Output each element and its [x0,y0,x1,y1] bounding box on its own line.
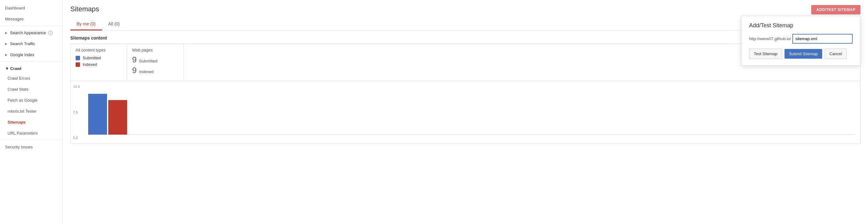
sidebar-item-google-index[interactable]: ▶ Google Index [0,49,62,60]
sidebar-crawl-header: ▼ Crawl [0,63,62,73]
submitted-color-dot [75,56,80,60]
main-content: Sitemaps ADD/TEST SITEMAP By me (0) All … [63,0,868,224]
stat-submitted-label: Submitted [139,59,158,63]
sidebar-item-messages[interactable]: Messages [0,13,62,25]
cancel-button[interactable]: Cancel [825,49,847,59]
sidebar-item-search-traffic[interactable]: ▶ Search Traffic [0,38,62,49]
add-test-sitemap-button[interactable]: ADD/TEST SITEMAP [811,5,861,14]
sidebar-item-search-appearance[interactable]: ▶ Search Appearance i [0,27,62,38]
stat-submitted: 9 Submitted [132,56,178,64]
y-axis-labels: 10.0 7.5 5.0 [71,85,82,139]
stat-submitted-value: 9 [132,55,136,64]
chevron-down-icon: ▼ [5,66,9,71]
y-label-top: 10.0 [73,85,80,89]
sidebar-item-security-issues[interactable]: Security Issues [0,141,62,153]
sidebar-item-label: Security Issues [5,145,33,149]
sidebar-item-label: Search Appearance [10,30,46,35]
sidebar-item-sitemaps[interactable]: Sitemaps [0,117,62,128]
legend-submitted-label: Submitted [83,56,101,60]
tab-all[interactable]: All (0) [102,18,126,30]
y-label-bottom: 5.0 [73,136,80,139]
sidebar-item-label: Fetch as Google [7,98,37,103]
indexed-color-dot [75,62,80,67]
sidebar-item-label: Crawl Stats [7,87,28,92]
sidebar-item-label: Crawl Errors [7,76,30,81]
stat-indexed-value: 9 [132,66,136,75]
submit-sitemap-button[interactable]: Submit Sitemap [784,49,822,59]
sidebar-item-label: robots.txt Tester [7,109,36,114]
sidebar-item-label: URL Parameters [7,131,38,135]
chart-area: 10.0 7.5 5.0 [70,81,861,144]
sitemap-input[interactable] [793,34,852,43]
sidebar-item-label: Search Traffic [10,41,35,46]
legend-indexed: Indexed [75,62,122,67]
legend-indexed-label: Indexed [83,62,97,67]
sidebar-item-crawl-stats[interactable]: Crawl Stats [0,84,62,95]
sidebar-item-label: Google Index [10,53,34,57]
popup-input-row: http://wens07.github.io/ [749,34,852,43]
tab-by-me[interactable]: By me (0) [70,18,102,30]
content-col-webpages: Web pages 9 Submitted 9 Indexed [127,44,184,81]
y-label-mid: 7.5 [73,110,80,114]
popup-title: Add/Test Sitemap [749,22,852,29]
chart-bars [88,85,855,135]
popup-url-prefix: http://wens07.github.io/ [749,36,791,41]
info-icon: i [48,31,53,35]
sidebar-item-label: Dashboard [5,6,25,10]
sidebar-item-robots-tester[interactable]: robots.txt Tester [0,106,62,117]
legend-submitted: Submitted [75,56,122,60]
chevron-right-icon: ▶ [5,53,7,57]
sidebar-item-url-parameters[interactable]: URL Parameters [0,128,62,139]
sidebar-item-dashboard[interactable]: Dashboard [0,2,62,13]
sidebar-item-label: Messages [5,17,24,21]
sidebar-item-label: Sitemaps [7,120,26,125]
col-header-all: All content types [75,48,122,53]
chevron-right-icon: ▶ [5,31,7,34]
stat-indexed: 9 Indexed [132,66,178,74]
popup-buttons: Test Sitemap Submit Sitemap Cancel [749,49,852,59]
bar-indexed [108,100,127,135]
page-title: Sitemaps [70,5,861,13]
bar-submitted [88,94,107,135]
col-header-web: Web pages [132,48,178,53]
sidebar-item-crawl-errors[interactable]: Crawl Errors [0,73,62,84]
sidebar-item-fetch-as-google[interactable]: Fetch as Google [0,95,62,106]
test-sitemap-button[interactable]: Test Sitemap [749,49,782,59]
sidebar: Dashboard Messages ▶ Search Appearance i… [0,0,63,224]
content-col-all-types: All content types Submitted Indexed [71,44,127,81]
add-test-sitemap-popup: Add/Test Sitemap http://wens07.github.io… [741,16,861,66]
stat-indexed-label: Indexed [139,69,153,74]
chevron-right-icon: ▶ [5,42,7,45]
